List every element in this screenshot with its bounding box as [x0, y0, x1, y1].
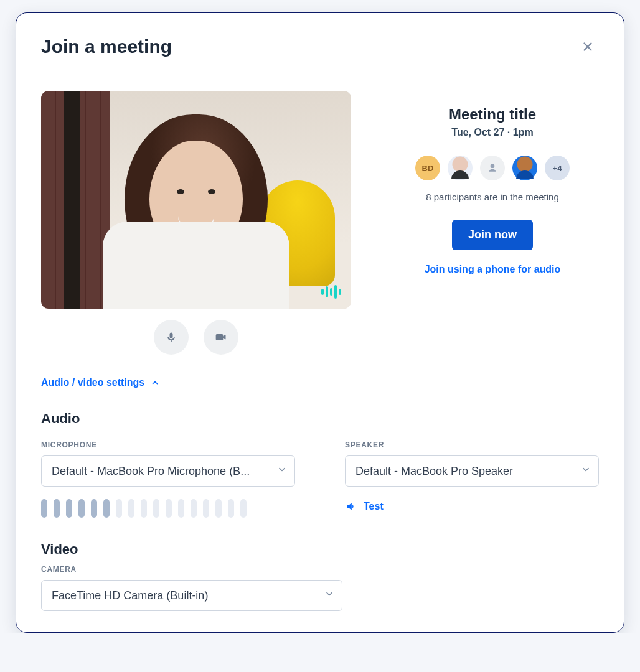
join-by-phone-link[interactable]: Join using a phone for audio [425, 264, 561, 275]
speaker-block: SPEAKER Default - MacBook Pro Speaker Te… [345, 433, 599, 513]
speaker-select[interactable]: Default - MacBook Pro Speaker [345, 455, 599, 487]
participant-count-text: 8 participants are in the meeting [426, 192, 558, 202]
camera-toggle[interactable] [204, 320, 238, 355]
microphone-toggle[interactable] [154, 320, 189, 355]
avatar-anonymous[interactable] [480, 156, 505, 180]
microphone-level-meter [41, 499, 295, 518]
camera-value: FaceTime HD Camera (Built-in) [52, 589, 208, 602]
chevron-down-icon [277, 465, 287, 475]
voice-activity-icon [321, 285, 341, 299]
top-row: Meeting title Tue, Oct 27 · 1pm BD +4 8 … [41, 91, 599, 355]
av-toggle-row [41, 320, 351, 355]
meeting-title: Meeting title [449, 106, 536, 123]
divider [41, 73, 599, 73]
avatar-more[interactable]: +4 [545, 156, 570, 180]
chevron-down-icon [581, 465, 591, 475]
audio-heading: Audio [41, 411, 599, 427]
meeting-datetime: Tue, Oct 27 · 1pm [451, 127, 533, 138]
microphone-label: MICROPHONE [41, 441, 295, 449]
speaker-test-button[interactable]: Test [345, 500, 599, 513]
participant-avatars: BD +4 [415, 156, 570, 180]
microphone-value: Default - MacBook Pro Microphone (B... [52, 465, 250, 478]
camera-icon [215, 331, 227, 343]
av-settings-toggle[interactable]: Audio / video settings [41, 377, 599, 388]
microphone-select[interactable]: Default - MacBook Pro Microphone (B... [41, 455, 295, 487]
avatar-initials[interactable]: BD [415, 156, 440, 180]
dialog-header: Join a meeting [41, 35, 599, 58]
camera-label: CAMERA [41, 565, 599, 574]
person-icon [486, 162, 499, 174]
speaker-icon [345, 500, 357, 513]
video-section: Video CAMERA FaceTime HD Camera (Built-i… [41, 541, 599, 611]
microphone-icon [165, 331, 177, 343]
camera-select[interactable]: FaceTime HD Camera (Built-in) [41, 580, 342, 611]
join-meeting-dialog: Join a meeting [16, 12, 624, 633]
meeting-info: Meeting title Tue, Oct 27 · 1pm BD +4 8 … [386, 91, 599, 355]
chevron-up-icon [151, 378, 159, 387]
close-button[interactable] [576, 35, 599, 58]
chevron-down-icon [324, 589, 334, 599]
join-now-button[interactable]: Join now [452, 220, 533, 250]
avatar[interactable] [512, 156, 537, 180]
dialog-title: Join a meeting [41, 36, 172, 57]
audio-section: Audio MICROPHONE Default - MacBook Pro M… [41, 411, 599, 518]
close-icon [581, 40, 595, 54]
av-settings-toggle-label: Audio / video settings [41, 377, 144, 388]
microphone-block: MICROPHONE Default - MacBook Pro Microph… [41, 433, 295, 518]
preview-column [41, 91, 351, 355]
speaker-value: Default - MacBook Pro Speaker [355, 465, 513, 478]
video-heading: Video [41, 541, 599, 558]
speaker-label: SPEAKER [345, 441, 599, 449]
speaker-test-label: Test [364, 501, 384, 512]
camera-preview [41, 91, 351, 309]
avatar[interactable] [448, 156, 473, 180]
